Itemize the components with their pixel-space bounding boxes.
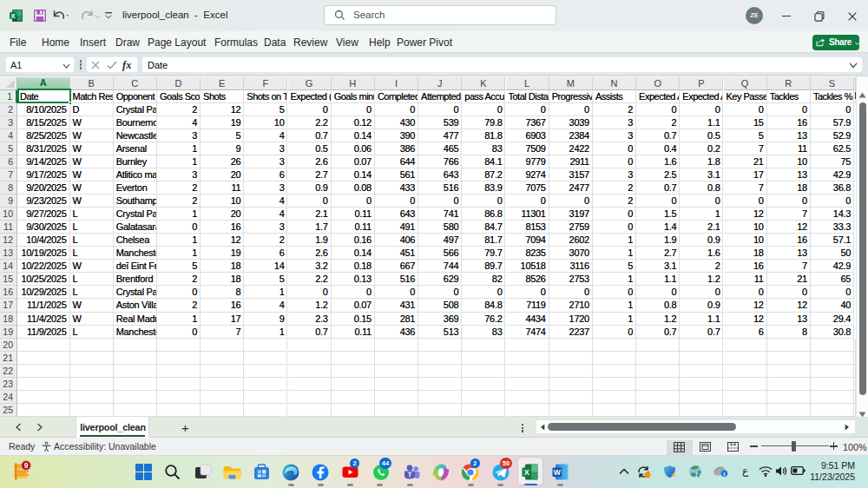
svg-text:T: T (407, 470, 411, 478)
svg-text:i: i (724, 471, 726, 477)
svg-text:X: X (10, 12, 15, 20)
svg-text:W: W (553, 468, 561, 477)
svg-text:X: X (524, 468, 529, 477)
